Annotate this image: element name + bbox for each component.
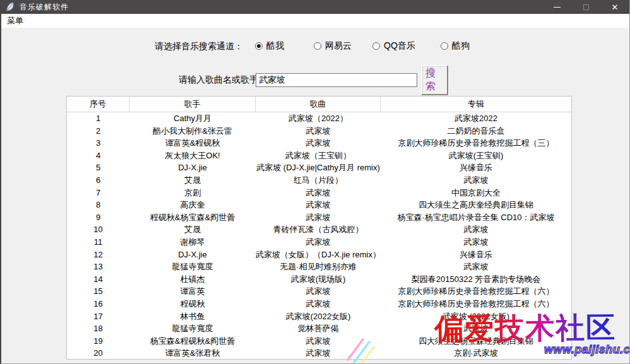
maximize-button[interactable] <box>571 0 600 14</box>
feather-icon <box>6 2 15 12</box>
cell-singer: 谭富英&张君秋 <box>129 347 256 360</box>
cell-album: 武家坡 <box>381 236 571 249</box>
table-body: 1Cathy月月武家坡（2022）武家坡20222酷小我大制作&张云雷武家坡二奶… <box>67 112 571 360</box>
cell-singer: 灰太狼大王OK! <box>129 150 256 162</box>
menu-bar: 菜单 <box>1 14 629 28</box>
cell-album: 京剧大师珍稀历史录音抢救挖掘工程（三） <box>381 137 571 150</box>
table-row[interactable]: 19杨宝森&程砚秋&阎世善武家坡四大须生之杨宝森经典剧目集锦 <box>67 335 571 348</box>
cell-song: 青砖伴瓦漆（古风戏腔） <box>256 223 381 236</box>
cell-song: 武家坡 <box>256 285 381 298</box>
cell-index: 5 <box>67 161 129 174</box>
cell-index: 16 <box>67 298 129 310</box>
table-row[interactable]: 4灰太狼大王OK!武家坡（王宝钏）武家坡(王宝钏) <box>67 150 571 162</box>
cell-album: 京剧·武家坡 <box>381 347 571 360</box>
table-row[interactable]: 17林书鱼武家坡(2022女版)武家坡 (2022女版) <box>67 310 571 323</box>
cell-album: 二奶奶的音乐盒 <box>381 125 571 138</box>
radio-label: 酷我 <box>266 40 284 52</box>
cell-album: 京剧大师珍稀历史录音抢救挖掘工程（六） <box>381 298 571 310</box>
maximize-icon <box>583 4 589 10</box>
cell-singer: 程砚秋&杨宝森&阎世善 <box>129 211 256 224</box>
cell-song: 武家坡 <box>256 236 381 249</box>
table-row[interactable]: 14杜镇杰武家坡(现场版)梨园春20150322 芳音素韵专场晚会 <box>67 273 571 286</box>
cell-index: 2 <box>67 125 129 138</box>
table-row[interactable]: 6艾晟红马（片段）武家坡 <box>67 174 571 187</box>
search-label: 请输入歌曲名或歌手： <box>179 74 267 86</box>
cell-song: 武家坡 (DJ-X.jie|Cathy月月 remix) <box>256 161 381 174</box>
cell-song: 武家坡（王宝钏） <box>256 150 381 162</box>
cell-singer: 艾晟 <box>129 174 256 187</box>
cell-singer: DJ-X.jie <box>129 161 256 174</box>
cell-song: 武家坡(2022女版) <box>256 310 381 323</box>
cell-album: 兴缘音乐 <box>381 249 571 261</box>
table-row[interactable]: 5DJ-X.jie武家坡 (DJ-X.jie|Cathy月月 remix)兴缘音… <box>67 161 571 174</box>
table-row[interactable]: 15谭富英武家坡京剧大师珍稀历史录音抢救挖掘工程（六） <box>67 285 571 298</box>
radio-icon <box>314 42 321 50</box>
cell-singer: 高庆奎 <box>129 199 256 211</box>
column-header-album[interactable]: 专辑 <box>381 97 571 112</box>
cell-song: 武家坡 <box>256 335 381 348</box>
cell-index: 14 <box>67 273 129 286</box>
table-row[interactable]: 20谭富英&张君秋武家坡京剧·武家坡 <box>67 347 571 360</box>
cell-singer: 程砚秋 <box>129 298 256 310</box>
radio-channel-kuwo[interactable]: 酷我 <box>255 40 284 52</box>
cell-index: 1 <box>67 112 129 125</box>
cell-album: 兴缘音乐 <box>381 161 571 174</box>
radio-icon <box>441 42 448 50</box>
cell-song: 武家坡 <box>256 187 381 199</box>
menu-item-caidan[interactable]: 菜单 <box>1 14 29 28</box>
radio-channel-kugou[interactable]: 酷狗 <box>441 40 470 52</box>
table-row[interactable]: 3谭富英&程砚秋武家坡京剧大师珍稀历史录音抢救挖掘工程（三） <box>67 137 571 150</box>
search-input[interactable] <box>256 73 417 87</box>
cell-index: 19 <box>67 335 129 348</box>
search-row: 请输入歌曲名或歌手： 搜索 <box>1 53 629 97</box>
table-row[interactable]: 16程砚秋武家坡京剧大师珍稀历史录音抢救挖掘工程（六） <box>67 298 571 310</box>
table-row[interactable]: 1Cathy月月武家坡（2022）武家坡2022 <box>67 112 571 125</box>
cell-index: 18 <box>67 322 129 335</box>
table-row[interactable]: 12DJ-X.jie武家坡（女版）（DJ-X.jie remix）兴缘音乐 <box>67 249 571 261</box>
table-row[interactable]: 10艾晟青砖伴瓦漆（古风戏腔）武家坡 <box>67 223 571 236</box>
column-header-singer[interactable]: 歌手 <box>129 97 256 112</box>
table-row[interactable]: 7京剧武家坡中国京剧大全 <box>67 187 571 199</box>
cell-singer: 林书鱼 <box>129 310 256 323</box>
table-row[interactable]: 8高庆奎武家坡四大须生之高庆奎经典剧目集锦 <box>67 199 571 211</box>
cell-song: 武家坡 <box>256 199 381 211</box>
cell-song: 武家坡（女版）（DJ-X.jie remix） <box>256 249 381 261</box>
table-row[interactable]: 18龍猛寺寬度觉林菩萨偈武家坡 <box>67 322 571 335</box>
cell-index: 11 <box>67 236 129 249</box>
cell-album: 武家坡 <box>381 322 571 335</box>
cell-singer: 艾晟 <box>129 223 256 236</box>
radio-label: 酷狗 <box>452 40 470 52</box>
radio-channel-qqmusic[interactable]: QQ音乐 <box>372 40 415 52</box>
cell-song: 武家坡 <box>256 211 381 224</box>
cell-album: 中国京剧大全 <box>381 187 571 199</box>
radio-label: 网易云 <box>325 40 352 52</box>
cell-song: 红马（片段） <box>256 174 381 187</box>
table-row[interactable]: 11谢柳琴武家坡武家坡 <box>67 236 571 249</box>
cell-song: 武家坡(现场版) <box>256 273 381 286</box>
minimize-button[interactable] <box>542 0 571 14</box>
close-button[interactable]: ✕ <box>600 0 629 14</box>
cell-singer: DJ-X.jie <box>129 249 256 261</box>
cell-index: 3 <box>67 137 129 150</box>
window-controls: ✕ <box>542 0 629 14</box>
search-button[interactable]: 搜索 <box>421 65 448 95</box>
minimize-icon <box>554 7 561 8</box>
cell-song: 觉林菩萨偈 <box>256 322 381 335</box>
cell-album: 武家坡 <box>381 174 571 187</box>
table-row[interactable]: 2酷小我大制作&张云雷武家坡二奶奶的音乐盒 <box>67 125 571 138</box>
radio-channel-wangyiyun[interactable]: 网易云 <box>314 40 352 52</box>
table-row[interactable]: 13龍猛寺寬度无题·相见时难别亦难武家坡 <box>67 261 571 273</box>
cell-album: 武家坡 <box>381 261 571 273</box>
column-header-index[interactable]: 序号 <box>67 97 129 112</box>
cell-album: 武家坡2022 <box>381 112 571 125</box>
cell-album: 武家坡 (2022女版) <box>381 310 571 323</box>
cell-index: 4 <box>67 150 129 162</box>
radio-icon <box>372 42 380 50</box>
column-header-song[interactable]: 歌曲 <box>256 97 381 112</box>
window-title: 音乐破解软件 <box>20 2 69 13</box>
cell-singer: 杨宝森&程砚秋&阎世善 <box>129 335 256 348</box>
close-icon: ✕ <box>612 3 619 11</box>
table-row[interactable]: 9程砚秋&杨宝森&阎世善武家坡杨宝森·杨宝忠唱片录音全集 CD10：武家坡 <box>67 211 571 224</box>
cell-index: 6 <box>67 174 129 187</box>
cell-singer: Cathy月月 <box>129 112 256 125</box>
